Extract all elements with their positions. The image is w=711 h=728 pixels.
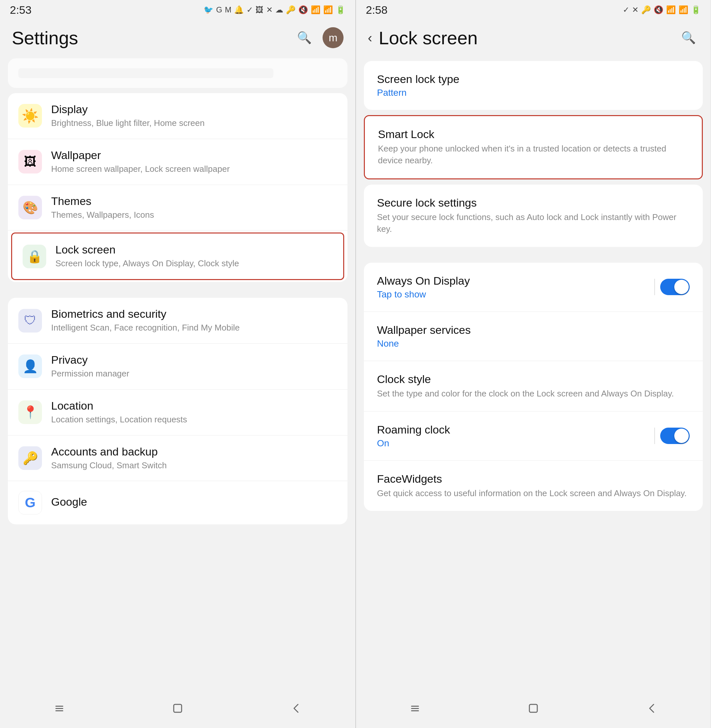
roaming-row: Roaming clock On	[377, 423, 690, 449]
left-card-2: 🛡 Biometrics and security Intelligent Sc…	[8, 298, 347, 524]
right-home-button[interactable]	[520, 695, 546, 721]
right-card-2: Always On Display Tap to show Wallpaper …	[364, 263, 703, 511]
svg-rect-4	[411, 706, 419, 707]
accounts-icon: 🔑	[18, 446, 42, 470]
left-item-wallpaper[interactable]: 🖼 Wallpaper Home screen wallpaper, Lock …	[8, 139, 347, 185]
secure-lock-subtitle: Set your secure lock functions, such as …	[377, 211, 690, 235]
facewidgets-title: FaceWidgets	[377, 473, 690, 485]
svg-rect-5	[411, 708, 419, 709]
location-title: Location	[51, 399, 337, 412]
lockscreen-title: Lock screen	[55, 243, 333, 256]
biometrics-text: Biometrics and security Intelligent Scan…	[51, 307, 337, 334]
biometrics-title: Biometrics and security	[51, 307, 337, 320]
google-title: Google	[51, 496, 337, 508]
left-card-1: ☀️ Display Brightness, Blue light filter…	[8, 93, 347, 282]
aod-toggle-divider	[654, 279, 655, 295]
smart-lock-highlight-wrapper: Smart Lock Keep your phone unlocked when…	[364, 115, 703, 179]
right-item-wallpaper-services[interactable]: Wallpaper services None	[364, 312, 703, 361]
right-item-clock-style[interactable]: Clock style Set the type and color for t…	[364, 361, 703, 412]
left-header: Settings 🔍 m	[0, 20, 356, 56]
right-wifi-icon: 📶	[666, 5, 676, 15]
aod-title: Always On Display	[377, 275, 470, 287]
right-back-button[interactable]: ‹	[368, 31, 372, 45]
wallpaper-title: Wallpaper	[51, 149, 337, 162]
cloud-icon: ☁	[275, 5, 283, 15]
left-header-icons: 🔍 m	[294, 27, 344, 48]
svg-rect-3	[174, 704, 181, 712]
right-header-title: Lock screen	[379, 27, 678, 49]
right-x-icon: ✕	[632, 5, 639, 15]
right-card-secure: Secure lock settings Set your secure loc…	[364, 185, 703, 247]
left-phone-panel: 2:53 🐦 G M 🔔 ✓ 🖼 ✕ ☁ 🔑 🔇 📶 📶 🔋 Settings …	[0, 0, 356, 728]
right-item-roaming-clock[interactable]: Roaming clock On	[364, 412, 703, 461]
left-header-title: Settings	[12, 27, 294, 49]
right-check-icon: ✓	[623, 5, 629, 15]
aod-toggle-group	[654, 279, 690, 295]
left-avatar[interactable]: m	[323, 27, 344, 48]
image-icon: 🖼	[256, 5, 264, 15]
wallpaper-text: Wallpaper Home screen wallpaper, Lock sc…	[51, 149, 337, 175]
svg-rect-0	[55, 706, 63, 707]
left-search-button[interactable]: 🔍	[294, 27, 315, 48]
lock-screen-highlight-wrapper: 🔒 Lock screen Screen lock type, Always O…	[11, 232, 344, 280]
key-icon: 🔑	[286, 5, 296, 15]
left-recent-button[interactable]	[46, 695, 72, 721]
right-card-1: Screen lock type Pattern	[364, 61, 703, 110]
svg-rect-2	[55, 710, 63, 711]
display-title: Display	[51, 103, 337, 116]
display-subtitle: Brightness, Blue light filter, Home scre…	[51, 118, 337, 129]
right-item-aod[interactable]: Always On Display Tap to show	[364, 263, 703, 312]
location-text: Location Location settings, Location req…	[51, 399, 337, 425]
roaming-toggle-divider	[654, 428, 655, 444]
right-item-secure-lock[interactable]: Secure lock settings Set your secure loc…	[364, 185, 703, 247]
display-text: Display Brightness, Blue light filter, H…	[51, 103, 337, 129]
left-item-google[interactable]: G Google	[8, 481, 347, 524]
privacy-subtitle: Permission manager	[51, 368, 337, 380]
lockscreen-subtitle: Screen lock type, Always On Display, Clo…	[55, 258, 333, 269]
right-item-smart-lock[interactable]: Smart Lock Keep your phone unlocked when…	[365, 116, 702, 179]
left-item-privacy[interactable]: 👤 Privacy Permission manager	[8, 344, 347, 390]
right-back-nav-button[interactable]	[639, 695, 665, 721]
roaming-clock-title: Roaming clock	[377, 423, 450, 436]
wallpaper-services-subtitle: None	[377, 338, 690, 349]
roaming-toggle-group	[654, 428, 690, 444]
right-phone-panel: 2:58 ✓ ✕ 🔑 🔇 📶 📶 🔋 ‹ Lock screen 🔍 Scree…	[356, 0, 711, 728]
signal-icon: 📶	[323, 5, 333, 15]
battery-icon: 🔋	[336, 5, 345, 15]
right-search-button[interactable]: 🔍	[678, 27, 699, 48]
svg-rect-7	[530, 704, 537, 712]
left-item-accounts[interactable]: 🔑 Accounts and backup Samsung Cloud, Sma…	[8, 436, 347, 481]
display-icon: ☀️	[18, 104, 42, 128]
check-icon: ✓	[246, 5, 253, 15]
smart-lock-title: Smart Lock	[378, 128, 689, 141]
accounts-subtitle: Samsung Cloud, Smart Switch	[51, 460, 337, 471]
themes-icon: 🎨	[18, 196, 42, 219]
aod-subtitle: Tap to show	[377, 289, 470, 300]
google-text: Google	[51, 496, 337, 510]
svg-rect-6	[411, 710, 419, 711]
left-partial-item[interactable]	[8, 58, 347, 88]
left-item-themes[interactable]: 🎨 Themes Themes, Wallpapers, Icons	[8, 185, 347, 231]
google-icon: G	[216, 5, 222, 15]
left-item-display[interactable]: ☀️ Display Brightness, Blue light filter…	[8, 93, 347, 139]
accounts-title: Accounts and backup	[51, 445, 337, 458]
themes-text: Themes Themes, Wallpapers, Icons	[51, 195, 337, 221]
right-recent-button[interactable]	[402, 695, 428, 721]
left-home-button[interactable]	[165, 695, 191, 721]
right-item-facewidgets[interactable]: FaceWidgets Get quick access to useful i…	[364, 461, 703, 511]
themes-title: Themes	[51, 195, 337, 208]
location-icon: 📍	[18, 400, 42, 424]
aod-toggle[interactable]	[660, 279, 690, 295]
wallpaper-services-title: Wallpaper services	[377, 324, 690, 337]
mute-icon: 🔇	[298, 5, 308, 15]
privacy-icon: 👤	[18, 354, 42, 378]
roaming-toggle[interactable]	[660, 428, 690, 444]
left-back-button[interactable]	[283, 695, 309, 721]
left-item-biometrics[interactable]: 🛡 Biometrics and security Intelligent Sc…	[8, 298, 347, 344]
left-item-lockscreen[interactable]: 🔒 Lock screen Screen lock type, Always O…	[12, 233, 343, 279]
left-item-location[interactable]: 📍 Location Location settings, Location r…	[8, 390, 347, 436]
roaming-text-group: Roaming clock On	[377, 423, 450, 449]
right-item-screen-lock[interactable]: Screen lock type Pattern	[364, 61, 703, 110]
x-icon: ✕	[266, 5, 273, 15]
wallpaper-icon: 🖼	[18, 150, 42, 173]
